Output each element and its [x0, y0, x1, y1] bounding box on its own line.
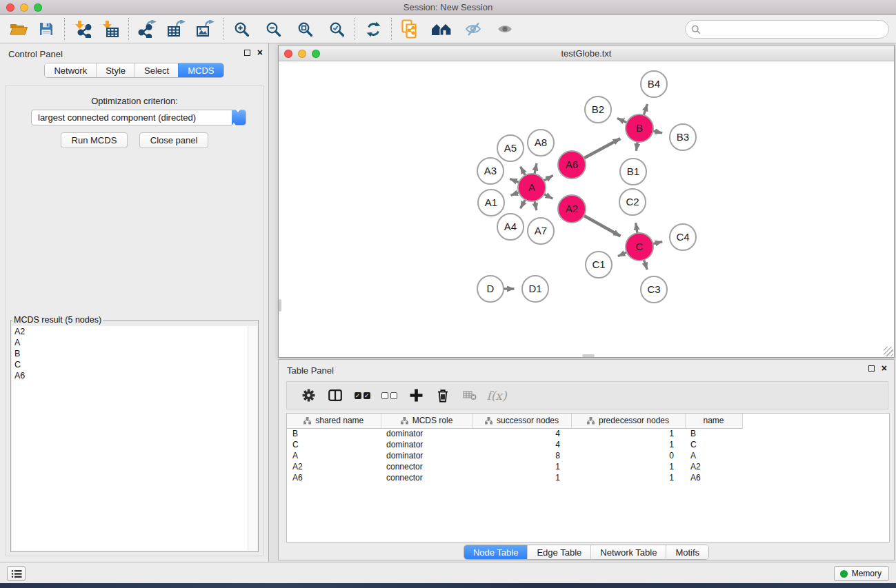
graph-node-C4[interactable]: C4: [670, 224, 696, 250]
graph-edge-A-A1[interactable]: [511, 192, 519, 195]
graph-edge-B-B3[interactable]: [653, 131, 663, 133]
graph-edge-B-B1[interactable]: [636, 142, 637, 151]
graph-node-C1[interactable]: C1: [586, 252, 612, 278]
select-all-columns-button[interactable]: ✓✓: [353, 387, 371, 405]
network-canvas[interactable]: B4B2BB3B1A5A8A6A3AA1C2A2A4A7C4CC1C3DD1: [279, 61, 894, 357]
mcds-result-item[interactable]: A6: [12, 370, 257, 381]
home-button[interactable]: [430, 17, 453, 41]
table-settings-button[interactable]: [299, 387, 317, 405]
graph-node-C3[interactable]: C3: [641, 276, 667, 303]
search-input[interactable]: [685, 20, 889, 39]
graph-node-B1[interactable]: B1: [620, 159, 646, 185]
graph-edge-C-C4[interactable]: [653, 242, 663, 244]
canvas-vscroll-thumb[interactable]: [279, 299, 281, 312]
graph-edge-A2-C[interactable]: [584, 216, 620, 236]
mcds-result-item[interactable]: A2: [12, 326, 257, 337]
toggle-column-view-button[interactable]: [326, 387, 344, 405]
graph-node-B4[interactable]: B4: [641, 71, 667, 97]
graph-node-A3[interactable]: A3: [477, 158, 504, 184]
network-graph[interactable]: B4B2BB3B1A5A8A6A3AA1C2A2A4A7C4CC1C3DD1: [279, 61, 894, 357]
table-cell[interactable]: A: [685, 450, 742, 461]
delete-table-button[interactable]: [461, 387, 479, 405]
close-panel-button[interactable]: Close panel: [139, 132, 209, 148]
column-header-name[interactable]: name: [685, 414, 742, 428]
run-mcds-button[interactable]: Run MCDS: [61, 132, 128, 148]
table-cell[interactable]: dominator: [381, 450, 472, 461]
graph-node-A[interactable]: A: [518, 174, 546, 201]
tab-mcds[interactable]: MCDS: [178, 63, 223, 77]
mcds-result-item[interactable]: B: [12, 348, 257, 359]
export-table-button[interactable]: [164, 17, 188, 41]
hide-selected-button[interactable]: [461, 17, 485, 41]
close-table-panel-button[interactable]: ×: [882, 365, 887, 372]
graph-edge-B-B4[interactable]: [644, 104, 647, 115]
graph-edge-B-B2[interactable]: [617, 119, 627, 123]
column-header-mcds-role[interactable]: MCDS role: [381, 414, 472, 428]
mcds-result-list[interactable]: A2ABCA6: [12, 326, 257, 551]
canvas-hscroll-thumb[interactable]: [582, 354, 595, 357]
deselect-all-columns-button[interactable]: [380, 387, 398, 405]
graph-node-A1[interactable]: A1: [478, 190, 504, 216]
graph-node-B2[interactable]: B2: [585, 97, 611, 123]
table-cell[interactable]: 1: [472, 461, 571, 472]
column-header-shared-name[interactable]: shared name: [287, 414, 381, 428]
mcds-result-item[interactable]: A: [12, 337, 257, 348]
table-cell[interactable]: 1: [571, 439, 685, 450]
import-network-button[interactable]: [71, 17, 94, 41]
table-cell[interactable]: 1: [571, 472, 685, 483]
table-cell[interactable]: B: [685, 428, 742, 439]
close-panel-button[interactable]: ×: [257, 49, 263, 56]
export-image-button[interactable]: [193, 17, 217, 41]
zoom-out-button[interactable]: [261, 17, 285, 41]
table-cell[interactable]: A6: [287, 472, 381, 483]
graph-edge-C-C3[interactable]: [644, 260, 647, 270]
graph-node-B3[interactable]: B3: [670, 124, 696, 150]
table-cell[interactable]: 4: [472, 428, 571, 439]
graph-edge-C-C1[interactable]: [618, 252, 627, 256]
duplicate-network-button[interactable]: [398, 17, 421, 41]
graph-node-A5[interactable]: A5: [497, 135, 524, 161]
graph-edge-A-A6[interactable]: [544, 176, 552, 181]
graph-node-A6[interactable]: A6: [558, 151, 586, 179]
tab-node-table[interactable]: Node Table: [464, 545, 528, 559]
zoom-in-button[interactable]: [230, 17, 253, 41]
tab-network-table[interactable]: Network Table: [590, 545, 666, 559]
zoom-view-button[interactable]: [312, 50, 320, 58]
table-cell[interactable]: 1: [571, 428, 685, 439]
table-row[interactable]: Bdominator41B: [287, 428, 889, 439]
table-cell[interactable]: C: [685, 439, 742, 450]
column-header-successor-nodes[interactable]: successor nodes: [472, 414, 571, 428]
task-history-button[interactable]: [7, 566, 26, 581]
delete-column-button[interactable]: [434, 387, 452, 405]
minimize-window-button[interactable]: [20, 3, 28, 12]
graph-node-A4[interactable]: A4: [497, 214, 524, 240]
function-builder-button[interactable]: f(x): [488, 387, 506, 405]
graph-node-D[interactable]: D: [477, 276, 504, 302]
table-cell[interactable]: connector: [381, 461, 472, 472]
zoom-selected-button[interactable]: [325, 17, 348, 41]
memory-status-button[interactable]: Memory: [834, 566, 889, 581]
tab-network[interactable]: Network: [45, 63, 96, 77]
tab-select[interactable]: Select: [135, 63, 178, 77]
table-cell[interactable]: A2: [685, 461, 742, 472]
optimization-criterion-select[interactable]: largest connected component (directed): [31, 110, 246, 125]
graph-node-C[interactable]: C: [626, 233, 653, 261]
table-row[interactable]: A2connector11A2: [287, 461, 889, 472]
table-cell[interactable]: connector: [381, 472, 472, 483]
graph-edge-A6-B[interactable]: [584, 139, 621, 159]
show-all-button[interactable]: [493, 17, 517, 41]
export-network-button[interactable]: [135, 17, 159, 41]
table-cell[interactable]: 8: [472, 450, 571, 461]
minimize-view-button[interactable]: [298, 50, 306, 58]
zoom-fit-button[interactable]: [293, 17, 317, 41]
table-row[interactable]: Adominator80A: [287, 450, 889, 461]
mcds-result-item[interactable]: C: [12, 359, 257, 370]
table-cell[interactable]: 1: [472, 472, 571, 483]
graph-node-A8[interactable]: A8: [528, 130, 554, 156]
table-cell[interactable]: 4: [472, 439, 571, 450]
open-file-button[interactable]: [7, 17, 30, 41]
tab-edge-table[interactable]: Edge Table: [527, 545, 590, 559]
result-list-scrollbar[interactable]: [248, 326, 257, 551]
network-window-titlebar[interactable]: testGlobe.txt: [279, 45, 894, 61]
table-cell[interactable]: 0: [571, 450, 685, 461]
